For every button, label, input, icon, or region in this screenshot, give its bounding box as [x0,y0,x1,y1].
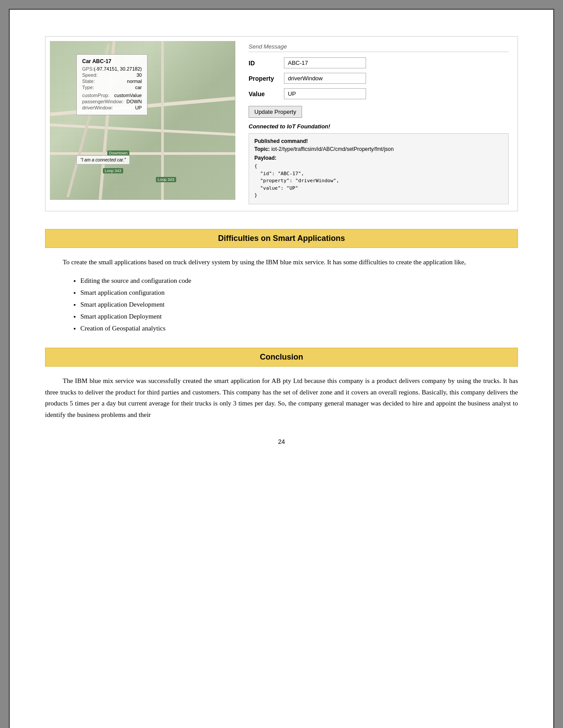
json-line-2: "id": "ABC-17", [254,170,503,178]
connected-text: Connected to IoT Foundation! [249,123,509,130]
difficulties-body: To create the small applications based o… [45,257,518,268]
gps-label: GPS: [82,66,94,71]
topic-value: iot-2/type/trafficsim/id/ABC/cmd/setProp… [271,146,393,152]
published-topic: Topic: iot-2/type/trafficsim/id/ABC/cmd/… [254,146,503,152]
car-speech-bubble: "I am a connected car." [76,155,130,165]
passenger-window-row: passengerWindow: DOWN [82,99,142,104]
custom-prop-value: customValue [114,93,142,98]
road-horizontal-2 [50,124,235,136]
send-message-label: Send Message [249,43,509,52]
type-value: car [135,85,142,90]
value-input[interactable] [284,88,366,99]
json-line-5: } [254,192,503,199]
list-item-5: Creation of Geospatial analytics [80,323,518,334]
gps-value: (-97.74151, 30.27182) [94,66,142,71]
screenshot-area: Downtown Loop 343 Loop 343 Car ABC-17 GP… [45,36,518,211]
custom-prop-label: customProp: [82,93,110,98]
map-panel: Downtown Loop 343 Loop 343 Car ABC-17 GP… [50,41,235,200]
type-row: Type: car [82,85,142,90]
conclusion-header-text: Conclusion [260,353,303,361]
map-background: Downtown Loop 343 Loop 343 Car ABC-17 GP… [50,41,235,200]
topic-label: Topic: [254,146,270,152]
value-row: Value [249,88,509,99]
passenger-window-value: DOWN [126,99,142,104]
type-label: Type: [82,85,94,90]
road-vertical-2 [161,41,164,200]
property-row: Property [249,73,509,84]
difficulties-header-text: Difficulties on Smart Applications [218,234,345,243]
list-item-2: Smart application configuration [80,287,518,299]
driver-window-label: driverWindow: [82,105,113,110]
speed-label: Speed: [82,72,98,78]
list-item-1: Editing the source and configuration cod… [80,275,518,287]
property-label: Property [249,75,284,82]
state-row: State: normal [82,79,142,84]
state-value: normal [127,79,142,84]
driver-window-row: driverWindow: UP [82,105,142,110]
property-input[interactable] [284,73,366,84]
custom-prop-row: customProp: customValue [82,93,142,98]
control-panel: Send Message ID Property Value Update Pr… [244,41,513,206]
conclusion-header: Conclusion [45,348,518,367]
car-title: Car ABC-17 [82,58,142,64]
driver-window-value: UP [135,105,142,110]
car-info-box: Car ABC-17 GPS: (-97.74151, 30.27182) Sp… [76,54,147,115]
id-input[interactable] [284,57,366,68]
list-item-3: Smart application Development [80,299,518,311]
update-property-button[interactable]: Update Property [249,106,302,118]
json-line-1: { [254,163,503,170]
road-label-2: Loop 343 [103,168,123,173]
difficulties-list: Editing the source and configuration cod… [80,275,518,334]
difficulties-header: Difficulties on Smart Applications [45,229,518,248]
id-label: ID [249,60,284,67]
speed-value: 30 [136,72,142,78]
conclusion-body: The IBM blue mix service was successfull… [45,375,518,420]
id-row: ID [249,57,509,68]
page-number: 24 [45,438,518,445]
json-line-3: "property": "driverWindow", [254,177,503,185]
road-label-3: Loop 343 [156,177,176,182]
published-box: Published command! Topic: iot-2/type/tra… [249,133,509,204]
payload-json: { "id": "ABC-17", "property": "driverWin… [254,163,503,199]
json-line-4: "value": "UP" [254,185,503,192]
published-title: Published command! [254,138,503,144]
value-label: Value [249,90,284,98]
payload-label: Payload: [254,155,503,161]
list-item-4: Smart application Deployment [80,311,518,323]
page: Downtown Loop 343 Loop 343 Car ABC-17 GP… [9,9,554,728]
state-label: State: [82,79,95,84]
speed-row: Speed: 30 [82,72,142,78]
gps-row: GPS: (-97.74151, 30.27182) [82,66,142,71]
passenger-window-label: passengerWindow: [82,99,124,104]
